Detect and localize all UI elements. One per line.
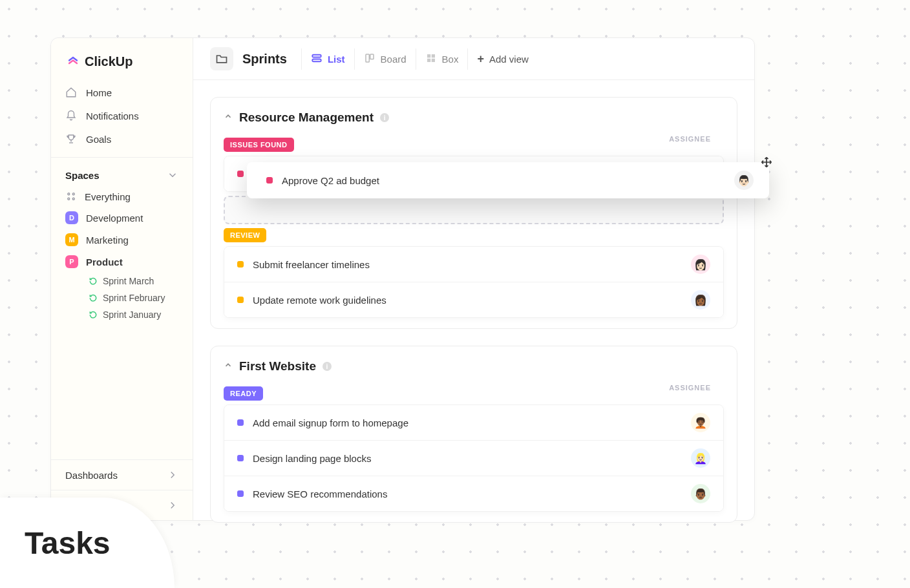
section-title: First Website bbox=[239, 359, 316, 373]
status-dot bbox=[237, 419, 244, 426]
avatar: 👨🏻 bbox=[734, 171, 754, 190]
avatar[interactable]: 👩🏻 bbox=[691, 255, 710, 274]
task-name: Approve Q2 ad budget bbox=[282, 175, 379, 186]
svg-rect-6 bbox=[366, 54, 369, 62]
view-tab-list-label: List bbox=[328, 54, 345, 65]
section: Resource ManagementiASSIGNEEISSUES FOUND… bbox=[210, 97, 737, 329]
svg-point-1 bbox=[72, 193, 74, 195]
avatar[interactable]: 👱🏻‍♀️ bbox=[691, 448, 710, 468]
svg-point-0 bbox=[68, 193, 70, 195]
sprint-item[interactable]: Sprint February bbox=[89, 289, 193, 306]
nav-goals-label: Goals bbox=[86, 134, 111, 145]
nav-dashboards-label: Dashboards bbox=[65, 470, 118, 481]
add-view-label: Add view bbox=[489, 54, 529, 65]
info-icon[interactable]: i bbox=[380, 113, 389, 122]
space-label: Marketing bbox=[86, 235, 129, 246]
assignee-header: ASSIGNEE bbox=[669, 135, 711, 143]
everything-label: Everything bbox=[85, 191, 131, 202]
box-icon bbox=[425, 52, 437, 66]
task-row[interactable]: Review SEO recommendations👨🏾 bbox=[224, 476, 723, 511]
space-badge-icon: D bbox=[65, 211, 78, 224]
section-title: Resource Management bbox=[239, 110, 374, 125]
plus-icon: + bbox=[477, 52, 484, 66]
task-name: Add email signup form to homepage bbox=[253, 417, 408, 428]
content: Resource ManagementiASSIGNEEISSUES FOUND… bbox=[193, 80, 754, 556]
sprint-item[interactable]: Sprint March bbox=[89, 273, 193, 289]
status-dot bbox=[237, 490, 244, 497]
task-row[interactable]: Submit freelancer timelines👩🏻 bbox=[224, 247, 723, 282]
avatar[interactable]: 👩🏾 bbox=[691, 290, 710, 310]
clickup-logo-icon bbox=[65, 54, 81, 69]
view-tab-box[interactable]: Box bbox=[416, 48, 468, 70]
tasks-badge-label: Tasks bbox=[25, 525, 111, 561]
nav-home[interactable]: Home bbox=[51, 81, 193, 104]
space-label: Development bbox=[86, 213, 143, 224]
nav-goals[interactable]: Goals bbox=[51, 127, 193, 151]
bell-icon bbox=[65, 110, 77, 121]
status-pill[interactable]: REVIEW bbox=[224, 228, 266, 242]
section: First WebsiteiASSIGNEEREADYAdd email sig… bbox=[210, 346, 737, 523]
trophy-icon bbox=[65, 133, 77, 145]
add-view-button[interactable]: + Add view bbox=[467, 48, 537, 70]
status-pill[interactable]: ISSUES FOUND bbox=[224, 138, 294, 152]
task-name: Update remote work guidelines bbox=[253, 295, 386, 306]
topbar: Sprints List Board Box + Add view bbox=[193, 38, 754, 80]
sprint-label: Sprint February bbox=[103, 293, 165, 303]
status-pill[interactable]: READY bbox=[224, 386, 263, 401]
nav-notifications-label: Notifications bbox=[86, 110, 139, 121]
nav-home-label: Home bbox=[86, 87, 112, 98]
svg-rect-4 bbox=[312, 54, 321, 57]
dragging-task-card[interactable]: Approve Q2 ad budget 👨🏻 bbox=[247, 162, 769, 198]
move-icon bbox=[760, 156, 773, 169]
spaces-header-label: Spaces bbox=[65, 170, 100, 181]
svg-rect-11 bbox=[431, 58, 434, 61]
chevron-down-icon bbox=[167, 169, 178, 181]
svg-rect-10 bbox=[427, 58, 430, 61]
sidebar-space-marketing[interactable]: MMarketing bbox=[51, 229, 193, 251]
view-tab-board-label: Board bbox=[381, 54, 407, 65]
svg-rect-7 bbox=[370, 54, 373, 59]
brand-name: ClickUp bbox=[85, 54, 132, 69]
status-dot bbox=[237, 455, 244, 461]
spaces-list: DDevelopmentMMarketingPProductSprint Mar… bbox=[51, 207, 193, 323]
spaces-header[interactable]: Spaces bbox=[51, 164, 193, 186]
nav-notifications[interactable]: Notifications bbox=[51, 104, 193, 127]
svg-rect-8 bbox=[427, 54, 430, 58]
svg-rect-9 bbox=[431, 54, 434, 58]
collapse-icon[interactable] bbox=[224, 112, 233, 123]
task-name: Review SEO recommendations bbox=[253, 488, 387, 499]
main: Sprints List Board Box + Add view bbox=[193, 38, 754, 520]
space-badge-icon: M bbox=[65, 233, 78, 246]
view-tab-board[interactable]: Board bbox=[354, 48, 416, 70]
app-window: ClickUp Home Notifications Goals Spaces … bbox=[50, 37, 755, 521]
view-tab-list[interactable]: List bbox=[301, 48, 354, 70]
sidebar-space-product[interactable]: PProduct bbox=[51, 251, 193, 273]
task-list: Add email signup form to homepage🧑🏾‍🦱Des… bbox=[224, 404, 724, 512]
avatar[interactable]: 🧑🏾‍🦱 bbox=[691, 413, 710, 432]
sprint-label: Sprint March bbox=[103, 276, 154, 286]
svg-point-3 bbox=[72, 198, 74, 200]
task-name: Design landing page blocks bbox=[253, 453, 371, 464]
task-row[interactable]: Update remote work guidelines👩🏾 bbox=[224, 282, 723, 317]
board-icon bbox=[364, 52, 376, 66]
folder-icon[interactable] bbox=[210, 47, 233, 70]
home-icon bbox=[65, 87, 77, 98]
task-name: Submit freelancer timelines bbox=[253, 259, 370, 270]
nav-dashboards[interactable]: Dashboards bbox=[51, 459, 193, 490]
info-icon[interactable]: i bbox=[323, 362, 332, 371]
sprint-label: Sprint January bbox=[103, 310, 161, 320]
sidebar-space-development[interactable]: DDevelopment bbox=[51, 207, 193, 229]
sidebar-item-everything[interactable]: Everything bbox=[51, 186, 193, 207]
task-row[interactable]: Design landing page blocks👱🏻‍♀️ bbox=[224, 440, 723, 476]
drop-placeholder bbox=[224, 196, 724, 224]
sprint-item[interactable]: Sprint January bbox=[89, 306, 193, 323]
space-badge-icon: P bbox=[65, 255, 78, 268]
brand[interactable]: ClickUp bbox=[51, 54, 193, 81]
collapse-icon[interactable] bbox=[224, 361, 233, 372]
status-dot bbox=[237, 261, 244, 268]
status-dot bbox=[237, 297, 244, 303]
chevron-right-icon bbox=[167, 469, 178, 481]
avatar[interactable]: 👨🏾 bbox=[691, 484, 710, 503]
task-row[interactable]: Add email signup form to homepage🧑🏾‍🦱 bbox=[224, 405, 723, 440]
space-label: Product bbox=[86, 257, 123, 268]
